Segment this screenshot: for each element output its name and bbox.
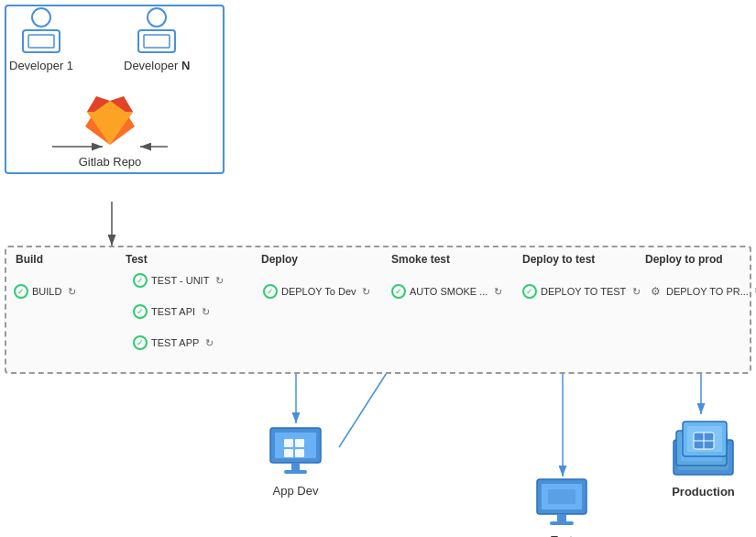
svg-rect-44 <box>557 514 566 521</box>
app-dev-container: App Dev <box>266 423 325 498</box>
deploy-dev-check-icon <box>263 284 278 299</box>
pipeline-item-deploy-dev: DEPLOY To Dev ↻ <box>263 284 373 299</box>
svg-rect-40 <box>284 470 307 474</box>
build-refresh-icon: ↻ <box>65 285 78 298</box>
test-icon <box>534 477 589 530</box>
stage-deploy-prod-label: Deploy to prod <box>645 253 723 266</box>
pipeline-item-build: BUILD ↻ <box>14 284 78 299</box>
test-api-check-icon <box>133 304 148 319</box>
deploy-prod-gear-icon: ⚙ <box>648 284 663 299</box>
deploy-prod-refresh-icon: ↻ <box>752 285 756 298</box>
gitlab-container: Gitlab Repo <box>78 92 142 169</box>
build-label: BUILD <box>32 286 61 297</box>
test-unit-check-icon <box>133 273 148 288</box>
pipeline-item-test-unit[interactable]: TEST - UNIT ↻ <box>133 273 225 288</box>
test-app-refresh-icon: ↻ <box>203 336 215 349</box>
test-unit-label: TEST - UNIT <box>151 275 209 286</box>
deploy-dev-refresh-icon: ↻ <box>360 285 373 298</box>
svg-rect-38 <box>295 449 304 457</box>
svg-rect-35 <box>284 439 293 447</box>
test-api-refresh-icon: ↻ <box>199 305 212 318</box>
smoke-refresh-icon: ↻ <box>491 285 504 298</box>
test-app-label: TEST APP <box>151 337 199 348</box>
pipeline-item-smoke: AUTO SMOKE ... ↻ <box>391 284 504 299</box>
production-container: Production <box>669 412 738 499</box>
smoke-check-icon <box>391 284 406 299</box>
pipeline-box: Build Test Deploy Smoke test Deploy to t… <box>5 246 751 374</box>
test-label: Test <box>551 533 573 537</box>
production-icon <box>669 412 738 481</box>
pipeline-item-deploy-test: DEPLOY TO TEST ↻ <box>522 284 642 299</box>
test-container: Test <box>534 477 589 537</box>
test-app-check-icon <box>133 335 148 350</box>
app-dev-icon <box>266 423 325 480</box>
production-label: Production <box>672 485 735 499</box>
gitlab-label: Gitlab Repo <box>79 155 142 169</box>
pipeline-item-test-app[interactable]: TEST APP ↻ <box>133 335 215 350</box>
deploy-test-label: DEPLOY TO TEST <box>541 286 626 297</box>
deploy-prod-label: DEPLOY TO PR... <box>666 286 749 297</box>
test-api-label: TEST API <box>151 306 195 317</box>
svg-rect-43 <box>548 489 575 504</box>
svg-rect-45 <box>550 521 574 525</box>
svg-rect-37 <box>284 449 293 457</box>
build-check-icon <box>14 284 28 299</box>
stage-deploy-label: Deploy <box>261 253 298 266</box>
stage-deploy-test-label: Deploy to test <box>522 253 595 266</box>
gitlab-logo <box>78 92 142 151</box>
smoke-label: AUTO SMOKE ... <box>410 286 488 297</box>
stage-build-label: Build <box>16 253 43 266</box>
deploy-dev-label: DEPLOY To Dev <box>281 286 356 297</box>
stage-smoke-label: Smoke test <box>391 253 450 266</box>
deploy-test-check-icon <box>522 284 537 299</box>
deploy-test-refresh-icon: ↻ <box>630 285 642 298</box>
test-unit-refresh-icon: ↻ <box>213 274 225 287</box>
svg-rect-36 <box>295 439 304 447</box>
stage-test-label: Test <box>126 253 148 266</box>
pipeline-item-test-api[interactable]: TEST API ↻ <box>133 304 212 319</box>
svg-rect-39 <box>291 463 300 470</box>
app-dev-label: App Dev <box>273 484 319 498</box>
pipeline-item-deploy-prod: ⚙ DEPLOY TO PR... ↻ <box>648 284 756 299</box>
diagram-container: Developer 1 Developer N Gitlab Repo Buil… <box>0 0 756 537</box>
